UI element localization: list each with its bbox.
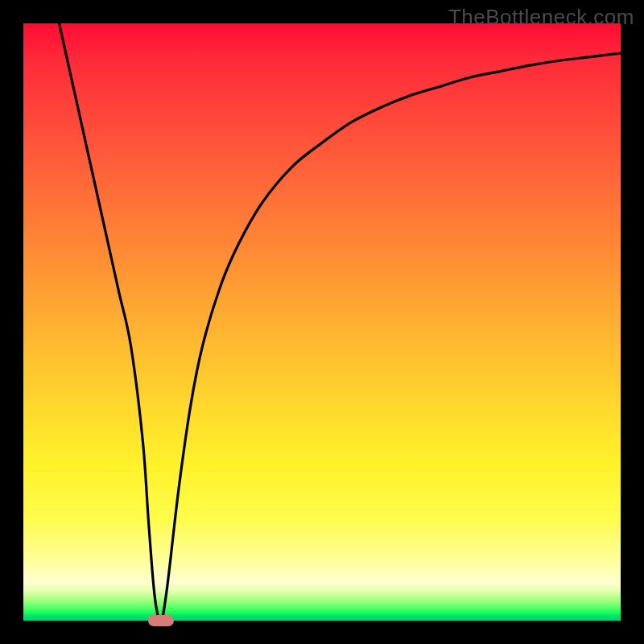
curve-svg <box>23 23 621 621</box>
watermark-text: TheBottleneck.com <box>448 5 634 30</box>
chart-frame: TheBottleneck.com <box>0 0 644 644</box>
plot-area <box>23 23 621 621</box>
minimum-marker <box>148 615 174 626</box>
bottleneck-curve <box>60 23 621 621</box>
